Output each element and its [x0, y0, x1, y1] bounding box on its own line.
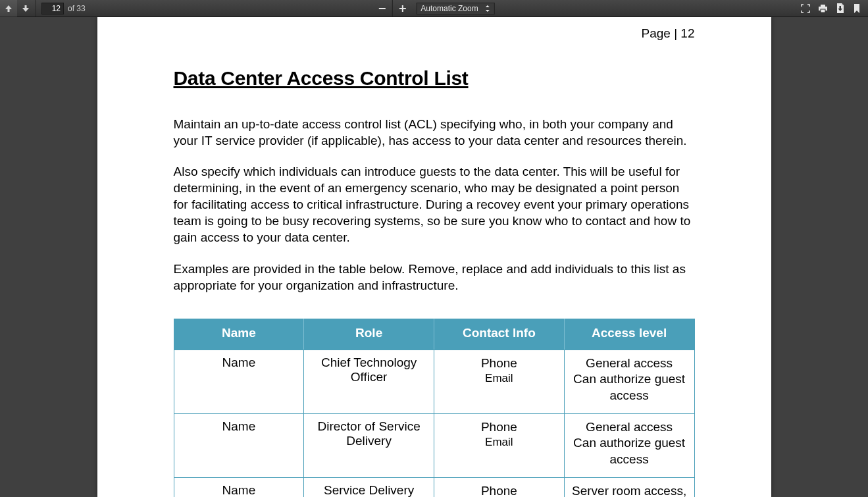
cell-contact: Phone Email — [434, 350, 565, 413]
prev-page-button[interactable] — [0, 0, 17, 17]
svg-rect-0 — [378, 8, 385, 9]
cell-name: Name — [174, 350, 304, 413]
paragraph: Examples are provided in the table below… — [174, 261, 695, 294]
cell-contact: Phone Email — [434, 477, 565, 497]
next-page-button[interactable] — [17, 0, 34, 17]
download-button[interactable] — [831, 0, 848, 17]
cell-access: General access Can authorize guest acces… — [564, 413, 694, 477]
chevron-updown-icon — [485, 5, 490, 12]
col-contact: Contact Info — [434, 319, 565, 350]
cell-contact: Phone Email — [434, 413, 565, 477]
toolbar-right-group — [797, 0, 868, 16]
cell-role: Director of Service Delivery — [304, 413, 434, 477]
zoom-in-button[interactable] — [394, 0, 411, 17]
svg-rect-2 — [401, 5, 403, 12]
acl-table: Name Role Contact Info Access level Name… — [174, 319, 695, 497]
page-header-label: Page | 12 — [174, 17, 695, 41]
svg-rect-3 — [821, 5, 825, 7]
bookmark-button[interactable] — [848, 0, 865, 17]
col-access: Access level — [564, 319, 694, 350]
pdf-viewer[interactable]: Page | 12 Data Center Access Control Lis… — [0, 17, 868, 497]
zoom-select-label: Automatic Zoom — [421, 4, 478, 13]
col-name: Name — [174, 319, 304, 350]
page-count-label: of 33 — [68, 4, 86, 13]
print-button[interactable] — [814, 0, 831, 17]
cell-name: Name — [174, 477, 304, 497]
toolbar-divider — [36, 0, 36, 16]
paragraph: Maintain an up-to-date access control li… — [174, 116, 695, 149]
table-header-row: Name Role Contact Info Access level — [174, 319, 694, 350]
table-row: Name Chief Technology Officer Phone Emai… — [174, 350, 694, 413]
fullscreen-button[interactable] — [797, 0, 814, 17]
zoom-select[interactable]: Automatic Zoom — [416, 3, 494, 14]
page-number-input[interactable] — [41, 3, 64, 14]
cell-access: General access Can authorize guest acces… — [564, 350, 694, 413]
cell-role: Service Delivery Engineer — [304, 477, 434, 497]
toolbar-divider — [392, 0, 392, 16]
table-row: Name Service Delivery Engineer Phone Ema… — [174, 477, 694, 497]
cell-access: Server room access, cage/cabinet, NOC ac… — [564, 477, 694, 497]
page-title: Data Center Access Control List — [174, 67, 695, 90]
paragraph: Also specify which individuals can intro… — [174, 163, 695, 246]
cell-name: Name — [174, 413, 304, 477]
svg-rect-5 — [821, 9, 825, 13]
toolbar-center-group: Automatic Zoom — [373, 0, 494, 16]
cell-role: Chief Technology Officer — [304, 350, 434, 413]
col-role: Role — [304, 319, 434, 350]
toolbar-left-group: of 33 — [0, 0, 89, 16]
zoom-out-button[interactable] — [373, 0, 390, 17]
pdf-page: Page | 12 Data Center Access Control Lis… — [97, 17, 771, 497]
pdf-toolbar: of 33 Automatic Zoom — [0, 0, 868, 17]
table-row: Name Director of Service Delivery Phone … — [174, 413, 694, 477]
